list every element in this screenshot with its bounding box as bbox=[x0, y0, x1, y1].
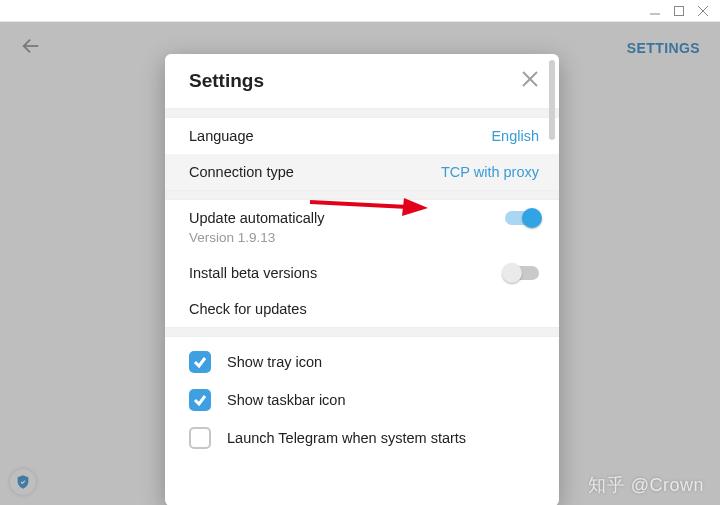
maximize-icon[interactable] bbox=[674, 2, 684, 20]
label-install-beta: Install beta versions bbox=[189, 265, 317, 281]
toggle-install-beta[interactable] bbox=[505, 266, 539, 280]
main-area: SETTINGS Settings Language English Conne… bbox=[0, 22, 720, 505]
checkbox-tray-icon[interactable] bbox=[189, 351, 211, 373]
row-connection-type[interactable]: Connection type TCP with proxy bbox=[165, 154, 559, 190]
scrollbar-thumb[interactable] bbox=[549, 60, 555, 140]
svg-rect-1 bbox=[675, 6, 684, 15]
label-show-taskbar: Show taskbar icon bbox=[227, 392, 345, 408]
section-divider bbox=[165, 327, 559, 337]
close-window-icon[interactable] bbox=[698, 2, 708, 20]
checkbox-launch-start[interactable] bbox=[189, 427, 211, 449]
modal-header: Settings bbox=[165, 54, 559, 108]
settings-modal: Settings Language English Connection typ… bbox=[165, 54, 559, 505]
value-connection: TCP with proxy bbox=[441, 164, 539, 180]
label-language: Language bbox=[189, 128, 254, 144]
window-titlebar bbox=[0, 0, 720, 22]
section-divider bbox=[165, 108, 559, 118]
value-language: English bbox=[491, 128, 539, 144]
label-launch-start: Launch Telegram when system starts bbox=[227, 430, 466, 446]
label-check-updates: Check for updates bbox=[189, 301, 307, 317]
minimize-icon[interactable] bbox=[650, 2, 660, 20]
close-icon[interactable] bbox=[521, 70, 539, 92]
modal-title: Settings bbox=[189, 70, 264, 92]
checkbox-taskbar-icon[interactable] bbox=[189, 389, 211, 411]
row-show-taskbar[interactable]: Show taskbar icon bbox=[165, 381, 559, 419]
row-install-beta[interactable]: Install beta versions bbox=[165, 255, 559, 291]
label-update-auto: Update automatically bbox=[189, 210, 324, 226]
toggle-update-auto[interactable] bbox=[505, 211, 539, 225]
row-show-tray[interactable]: Show tray icon bbox=[165, 343, 559, 381]
label-show-tray: Show tray icon bbox=[227, 354, 322, 370]
label-connection: Connection type bbox=[189, 164, 294, 180]
row-language[interactable]: Language English bbox=[165, 118, 559, 154]
watermark: 知乎 @Crown bbox=[588, 473, 704, 497]
label-version: Version 1.9.13 bbox=[165, 230, 559, 255]
row-launch-on-start[interactable]: Launch Telegram when system starts bbox=[165, 419, 559, 457]
row-check-updates[interactable]: Check for updates bbox=[165, 291, 559, 327]
section-divider bbox=[165, 190, 559, 200]
modal-body: Language English Connection type TCP wit… bbox=[165, 108, 559, 505]
